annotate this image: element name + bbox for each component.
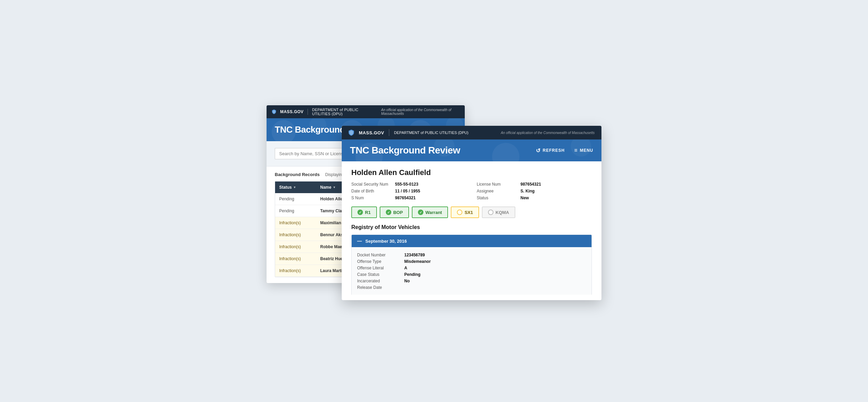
gov-header-front: MASS.GOV DEPARTMENT of PUBLIC UTILITIES … [342, 126, 601, 139]
header-actions: ↺ REFRESH ≡ MENU [536, 147, 593, 154]
field-row: Docket Number 123456789 [357, 253, 586, 257]
field-row: Release Date [357, 285, 586, 290]
record-card: — September 30, 2016 Docket Number 12345… [351, 234, 592, 295]
field-label: Offense Literal [357, 266, 402, 270]
snum-value: 987654321 [395, 196, 416, 200]
assignee-row: Assignee S. King [477, 189, 592, 193]
field-value: No [404, 279, 410, 283]
menu-label: MENU [580, 148, 593, 153]
collapse-icon: — [357, 238, 362, 244]
assignee-value: S. King [520, 189, 534, 193]
status-label: Status [477, 196, 518, 200]
field-value: Pending [404, 272, 420, 277]
record-date: September 30, 2016 [365, 239, 407, 244]
field-value: 123456789 [404, 253, 425, 257]
dob-row: Date of Birth 11 / 05 / 1955 [351, 189, 466, 193]
field-row: Offense Literal A [357, 266, 586, 270]
person-info: Social Security Num 555-55-0123 License … [351, 182, 592, 200]
field-label: Offense Type [357, 259, 402, 264]
tab-bop[interactable]: ✓BOP [380, 206, 409, 218]
app-header-front: TNC Background Review ↺ REFRESH ≡ MENU [342, 139, 601, 161]
field-value: Misdemeanor [404, 259, 431, 264]
official-text-back: An official application of the Commonwea… [381, 108, 459, 116]
tab-label: BOP [393, 210, 403, 215]
gov-header-back: MASS.GOV DEPARTMENT of PUBLIC UTILITIES … [267, 105, 465, 118]
tab-warrant[interactable]: ✓Warrant [412, 206, 448, 218]
person-name: Holden Allen Caulfield [351, 168, 592, 177]
section-title: Registry of Motor Vehicles [351, 224, 592, 230]
license-row: License Num 987654321 [477, 182, 592, 187]
field-row: Case Status Pending [357, 272, 586, 277]
tab-circle-grey-icon [488, 210, 493, 215]
col-status[interactable]: Status ▼ [275, 182, 316, 193]
header-divider-front [389, 129, 389, 136]
record-fields: Docket Number 123456789 Offense Type Mis… [357, 253, 586, 290]
shield-icon-front [349, 130, 354, 136]
tab-check-icon: ✓ [418, 210, 423, 215]
tab-label: SX1 [464, 210, 473, 215]
record-card-body: Docket Number 123456789 Offense Type Mis… [352, 247, 592, 295]
field-row: Incarcerated No [357, 279, 586, 283]
row-status: Infraction(s) [275, 265, 316, 277]
hamburger-icon: ≡ [574, 147, 578, 153]
official-text-front: An official application of the Commonwea… [501, 131, 595, 135]
records-label: Background Records [275, 172, 320, 177]
snum-label: S Num [351, 196, 392, 200]
tab-check-icon: ✓ [357, 210, 363, 215]
field-label: Incarcerated [357, 279, 402, 283]
field-value: A [404, 266, 407, 270]
status-value: New [520, 196, 529, 200]
record-card-header[interactable]: — September 30, 2016 [352, 235, 592, 247]
field-label: Release Date [357, 285, 402, 290]
row-status: Infraction(s) [275, 229, 316, 241]
ssn-value: 555-55-0123 [395, 182, 418, 187]
dept-label-front: DEPARTMENT of PUBLIC UTILITIES (DPU) [394, 131, 469, 135]
field-label: Docket Number [357, 253, 402, 257]
license-value: 987654321 [520, 182, 541, 187]
shield-icon [272, 109, 276, 115]
app-title-front: TNC Background Review [350, 145, 460, 156]
tab-sx1[interactable]: SX1 [451, 206, 479, 218]
tab-circle-icon [457, 210, 462, 215]
detail-content: Holden Allen Caulfield Social Security N… [342, 161, 601, 295]
dept-label-back: DEPARTMENT of PUBLIC UTILITIES (DPU) [312, 108, 377, 116]
tab-label: R1 [365, 210, 371, 215]
mass-gov-label-front: MASS.GOV [359, 130, 384, 135]
menu-button[interactable]: ≡ MENU [574, 147, 593, 153]
tab-kqma[interactable]: KQMA [482, 206, 515, 218]
dob-value: 11 / 05 / 1955 [395, 189, 420, 193]
tab-r1[interactable]: ✓R1 [351, 206, 377, 218]
field-label: Case Status [357, 272, 402, 277]
col-name-label: Name [320, 185, 331, 190]
assignee-label: Assignee [477, 189, 518, 193]
tab-check-icon: ✓ [386, 210, 391, 215]
sort-status-icon: ▼ [293, 186, 296, 189]
row-status: Infraction(s) [275, 217, 316, 229]
tabs-row: ✓R1✓BOP✓WarrantSX1KQMA [351, 206, 592, 218]
detail-window: MASS.GOV DEPARTMENT of PUBLIC UTILITIES … [342, 126, 601, 300]
refresh-label: REFRESH [543, 148, 565, 153]
ssn-row: Social Security Num 555-55-0123 [351, 182, 466, 187]
row-status: Pending [275, 193, 316, 205]
row-status: Infraction(s) [275, 241, 316, 253]
dob-label: Date of Birth [351, 189, 392, 193]
refresh-button[interactable]: ↺ REFRESH [536, 147, 565, 154]
field-row: Offense Type Misdemeanor [357, 259, 586, 264]
mass-gov-label-back: MASS.GOV [280, 109, 304, 114]
status-row: Status New [477, 196, 592, 200]
refresh-icon: ↺ [536, 147, 541, 154]
tab-label: KQMA [496, 210, 509, 215]
license-label: License Num [477, 182, 518, 187]
tab-label: Warrant [425, 210, 442, 215]
header-divider-back [308, 109, 308, 115]
snum-row: S Num 987654321 [351, 196, 466, 200]
col-status-label: Status [279, 185, 292, 190]
ssn-label: Social Security Num [351, 182, 392, 187]
sort-name-icon: ▼ [333, 186, 336, 189]
row-status: Pending [275, 205, 316, 217]
row-status: Infraction(s) [275, 253, 316, 265]
